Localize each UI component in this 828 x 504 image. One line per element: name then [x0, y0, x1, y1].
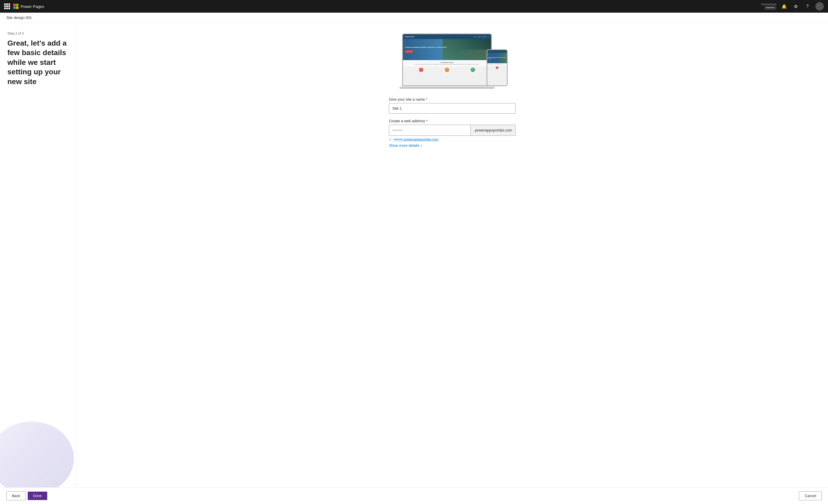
number-badge-2: 2	[445, 68, 449, 72]
mobile-intro-text: Introduction section — short paragraph c…	[488, 64, 506, 65]
laptop-intro-title: Introduction section	[405, 62, 489, 63]
breadcrumb-bar: Site design 001	[0, 13, 828, 23]
laptop-base	[400, 87, 494, 89]
laptop-nav-brand: Company name	[405, 36, 414, 37]
app-name: Power Pages	[20, 4, 44, 9]
web-address-required: *	[426, 119, 427, 123]
mobile-hero-text: Create an engaging headline, welcome, or…	[488, 57, 506, 59]
site-preview: Company name Home Pages Contact us ... ›…	[397, 34, 508, 89]
background-decoration	[0, 421, 74, 488]
topnav-right-group: Environment •••••••• 🔔 ⚙ ?	[761, 2, 824, 10]
show-more-details-button[interactable]: Show more details ∨	[389, 143, 422, 148]
cancel-button[interactable]: Cancel	[799, 491, 822, 500]
environment-selector[interactable]: Environment ••••••••	[761, 3, 776, 10]
footer: Back Done Cancel	[0, 488, 828, 504]
web-address-input[interactable]	[389, 125, 470, 136]
mobile-nav	[487, 50, 507, 53]
ms-logo-grid	[13, 4, 18, 9]
left-panel: Step 2 of 2 Great, let's add a few basic…	[0, 23, 77, 488]
laptop-nav-links: Home Pages Contact us ... ›	[474, 36, 490, 37]
number-badge-3: 3	[471, 68, 475, 72]
laptop-nav: Company name Home Pages Contact us ... ›	[403, 34, 491, 39]
form-container: Give your site a name * Create a web add…	[389, 97, 515, 153]
laptop-numbers: 1 2 3	[403, 67, 491, 73]
user-avatar[interactable]	[815, 2, 824, 10]
notification-icon[interactable]: 🔔	[781, 3, 788, 10]
laptop-intro-text: Create a short paragraph that shows your…	[405, 64, 489, 65]
right-panel: Company name Home Pages Contact us ... ›…	[77, 23, 828, 488]
site-name-input[interactable]	[389, 103, 515, 113]
nav-home: Home	[474, 36, 477, 37]
mobile-numbers: 1	[487, 65, 507, 70]
mobile-screen: Create an engaging headline, welcome, or…	[487, 50, 507, 85]
laptop-hero-image	[443, 39, 491, 60]
mobile-number-badge-1: 1	[496, 66, 498, 69]
nav-contact: Contact us	[482, 36, 487, 37]
validation-text: ✓ ••••••••.powerappsportals.com	[389, 137, 515, 141]
laptop-intro-section: Introduction section Create a short para…	[403, 60, 491, 67]
environment-name: ••••••••	[764, 6, 776, 10]
web-address-suffix: .powerappsportals.com	[470, 125, 515, 136]
validated-url: ••••••••.powerappsportals.com	[394, 137, 439, 141]
main-layout: Step 2 of 2 Great, let's add a few basic…	[0, 23, 828, 488]
nav-pages: Pages	[478, 36, 481, 37]
ms-logo-blue	[13, 7, 16, 9]
step-indicator: Step 2 of 2	[7, 31, 69, 35]
ms-logo-yellow	[16, 7, 19, 9]
web-address-wrapper: .powerappsportals.com	[389, 125, 515, 136]
ms-logo-red	[13, 4, 16, 6]
laptop-preview: Company name Home Pages Contact us ... ›…	[402, 34, 492, 86]
step-title: Great, let's add a few basic details whi…	[7, 39, 69, 86]
done-button[interactable]: Done	[28, 492, 47, 500]
waffle-menu[interactable]	[4, 3, 10, 9]
laptop-cta: —————	[405, 50, 413, 53]
number-badge-1: 1	[419, 68, 423, 72]
laptop-hero-text: Create an engaging headline, welcome, or…	[405, 46, 447, 53]
laptop-screen: Company name Home Pages Contact us ... ›…	[403, 34, 491, 85]
web-address-label: Create a web address *	[389, 119, 515, 123]
back-button[interactable]: Back	[6, 491, 26, 500]
page-title: Site design 001	[6, 15, 32, 20]
ms-logo-green	[16, 4, 19, 6]
microsoft-logo: Power Pages	[13, 4, 44, 9]
site-name-field: Give your site a name *	[389, 97, 515, 113]
show-more-label: Show more details	[389, 143, 419, 148]
mobile-intro: Introduction section — short paragraph c…	[487, 63, 507, 65]
settings-icon[interactable]: ⚙	[792, 3, 799, 10]
nav-more: ... ›	[488, 36, 490, 37]
mobile-hero: Create an engaging headline, welcome, or…	[487, 53, 507, 63]
laptop-headline: Create an engaging headline, welcome, or…	[405, 46, 447, 48]
web-address-field: Create a web address * .powerappsportals…	[389, 119, 515, 148]
check-icon: ✓	[389, 137, 392, 141]
help-icon[interactable]: ?	[804, 3, 811, 10]
chevron-down-icon: ∨	[420, 144, 422, 147]
site-name-label: Give your site a name *	[389, 97, 515, 101]
mobile-preview: Create an engaging headline, welcome, or…	[487, 49, 508, 86]
environment-label: Environment	[761, 3, 776, 6]
laptop-hero: Create an engaging headline, welcome, or…	[403, 39, 491, 60]
site-name-required: *	[426, 97, 427, 101]
top-navigation: Power Pages Environment •••••••• 🔔 ⚙ ?	[0, 0, 828, 13]
